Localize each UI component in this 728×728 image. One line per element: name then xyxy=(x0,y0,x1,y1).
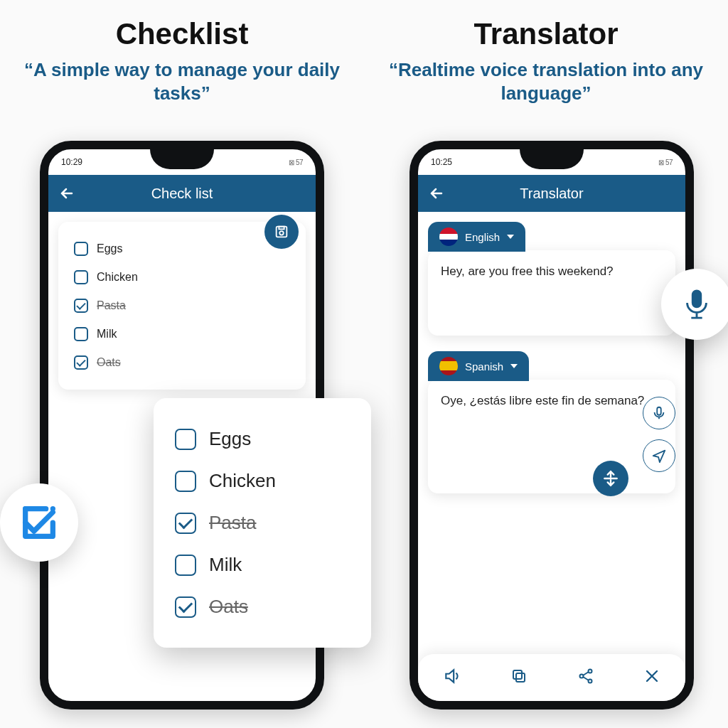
battery-icon: ⊠ 57 xyxy=(289,159,303,166)
checkbox-icon[interactable] xyxy=(74,327,88,341)
checklist-popover: Eggs Chicken Pasta Milk Oats xyxy=(154,398,371,648)
voice-input-button[interactable] xyxy=(661,269,728,340)
svg-rect-4 xyxy=(516,673,525,682)
item-label: Eggs xyxy=(97,242,122,255)
uk-flag-icon xyxy=(439,228,458,246)
result-toolbar xyxy=(418,654,685,701)
copy-button[interactable] xyxy=(510,668,528,687)
list-item[interactable]: Eggs xyxy=(172,418,351,460)
svg-rect-3 xyxy=(657,407,661,415)
list-item[interactable]: Chicken xyxy=(172,460,351,502)
item-label: Pasta xyxy=(209,512,257,534)
list-item[interactable]: Pasta xyxy=(71,291,293,320)
list-item[interactable]: Oats xyxy=(71,348,293,377)
app-bar: Translator xyxy=(418,175,685,212)
checkbox-icon[interactable] xyxy=(175,429,196,450)
target-text: Oye, ¿estás libre este fin de semana? xyxy=(441,394,644,407)
mic-button[interactable] xyxy=(643,397,675,429)
translator-tagline: “Realtime voice translation into any lan… xyxy=(364,58,728,105)
list-item[interactable]: Eggs xyxy=(71,235,293,263)
list-item[interactable]: Pasta xyxy=(172,502,351,544)
source-text: Hey, are you free this weekend? xyxy=(441,264,614,278)
status-time: 10:25 xyxy=(431,157,452,167)
speak-button[interactable] xyxy=(443,667,461,688)
source-text-card[interactable]: Hey, are you free this weekend? xyxy=(428,250,675,336)
list-item[interactable]: Chicken xyxy=(71,263,293,291)
svg-rect-2 xyxy=(279,227,284,230)
share-button[interactable] xyxy=(577,668,594,687)
checkbox-icon[interactable] xyxy=(74,270,88,284)
list-item[interactable]: Milk xyxy=(71,320,293,348)
send-button[interactable] xyxy=(643,439,675,472)
item-label: Milk xyxy=(97,328,117,341)
svg-rect-9 xyxy=(692,291,701,307)
item-label: Milk xyxy=(209,554,242,576)
checklist-heading: Checklist xyxy=(0,17,364,51)
swap-languages-button[interactable] xyxy=(593,461,628,496)
clear-button[interactable] xyxy=(643,668,660,687)
checkbox-icon[interactable] xyxy=(175,471,196,492)
source-language-selector[interactable]: English xyxy=(428,222,525,252)
item-label: Chicken xyxy=(209,470,276,492)
feature-badge-checklist xyxy=(0,483,78,562)
source-language-label: English xyxy=(465,231,500,243)
save-button[interactable] xyxy=(264,215,299,249)
app-bar: Check list xyxy=(48,175,316,212)
phone-translator: 10:25 ⊠ 57 Translator English Hey, are y… xyxy=(410,141,694,710)
list-item[interactable]: Milk xyxy=(172,544,351,586)
checkbox-checked-icon[interactable] xyxy=(175,513,196,534)
appbar-title: Translator xyxy=(428,186,675,202)
translator-heading: Translator xyxy=(364,17,728,51)
list-item[interactable]: Oats xyxy=(172,586,351,628)
checklist-tagline: “A simple way to manage your daily tasks… xyxy=(0,58,364,105)
checkbox-checked-icon[interactable] xyxy=(74,355,88,370)
target-language-selector[interactable]: Spanish xyxy=(428,351,529,381)
checklist-card: Eggs Chicken Pasta Milk Oats xyxy=(58,222,306,390)
item-label: Oats xyxy=(97,356,121,369)
phone-notch xyxy=(150,149,214,169)
status-time: 10:29 xyxy=(61,157,82,167)
chevron-down-icon xyxy=(510,364,518,368)
chevron-down-icon xyxy=(507,235,514,239)
item-label: Chicken xyxy=(97,271,138,284)
item-label: Eggs xyxy=(209,428,251,450)
checkbox-icon[interactable] xyxy=(175,555,196,576)
battery-icon: ⊠ 57 xyxy=(658,159,673,166)
target-text-card: Oye, ¿estás libre este fin de semana? xyxy=(428,380,675,493)
appbar-title: Check list xyxy=(58,186,306,202)
target-language-label: Spanish xyxy=(465,360,503,373)
svg-point-1 xyxy=(279,231,284,235)
checkbox-icon[interactable] xyxy=(74,242,88,256)
item-label: Pasta xyxy=(97,299,126,312)
checkbox-checked-icon[interactable] xyxy=(74,299,88,313)
checkbox-checked-icon[interactable] xyxy=(175,596,196,618)
item-label: Oats xyxy=(209,596,248,618)
spain-flag-icon xyxy=(439,357,458,375)
svg-rect-5 xyxy=(513,670,522,679)
phone-notch xyxy=(520,149,584,169)
